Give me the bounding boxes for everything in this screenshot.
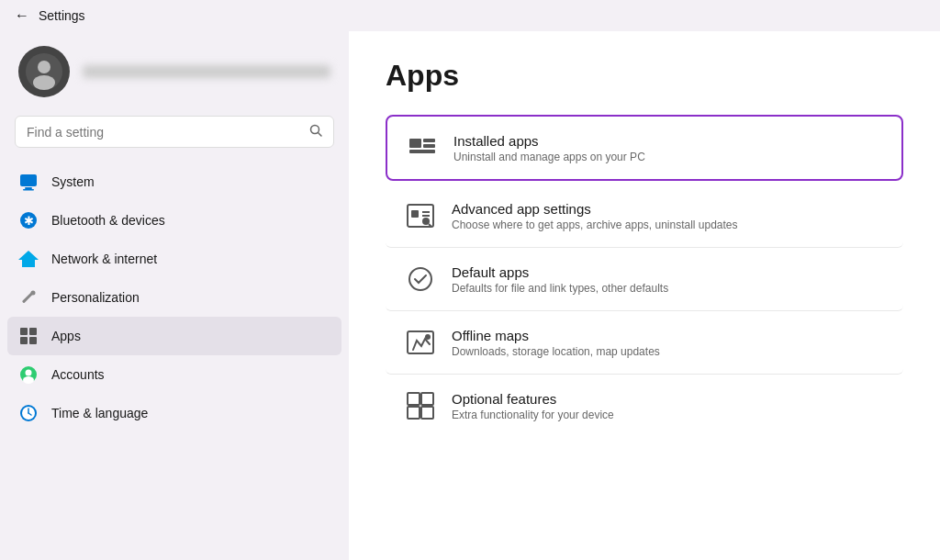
svg-point-1: [38, 61, 50, 73]
user-name: [83, 65, 330, 78]
default-apps-desc: Defaults for file and link types, other …: [452, 282, 668, 295]
default-apps-text: Default apps Defaults for file and link …: [452, 264, 668, 295]
main-layout: System ✱ Bluetooth & devices Network: [0, 31, 940, 560]
svg-rect-27: [409, 150, 435, 153]
offline-maps-icon: [404, 326, 437, 359]
optional-features-desc: Extra functionality for your device: [452, 409, 614, 421]
installed-apps-title: Installed apps: [453, 133, 645, 149]
nav-items: System ✱ Bluetooth & devices Network: [0, 162, 349, 432]
installed-apps-text: Installed apps Uninstall and manage apps…: [453, 133, 645, 163]
sidebar-item-personalization-label: Personalization: [51, 290, 140, 305]
settings-item-installed-apps[interactable]: Installed apps Uninstall and manage apps…: [386, 115, 903, 181]
offline-maps-text: Offline maps Downloads, storage location…: [452, 328, 660, 358]
installed-apps-icon: [406, 131, 439, 164]
sidebar-item-time[interactable]: Time & language: [7, 394, 341, 432]
personalization-icon: [18, 287, 39, 308]
svg-point-12: [31, 291, 36, 296]
apps-icon: [18, 326, 39, 346]
installed-apps-desc: Uninstall and manage apps on your PC: [453, 151, 645, 163]
svg-rect-37: [408, 393, 420, 405]
search-icon: [309, 124, 322, 140]
svg-rect-40: [421, 407, 433, 419]
network-icon: [18, 249, 39, 269]
titlebar: ← Settings: [0, 0, 940, 31]
svg-rect-15: [20, 337, 28, 344]
svg-rect-26: [423, 144, 435, 148]
search-box[interactable]: [15, 116, 334, 148]
sidebar-item-system-label: System: [51, 174, 95, 189]
titlebar-title: Settings: [39, 8, 85, 23]
svg-point-18: [26, 370, 32, 376]
sidebar-item-network[interactable]: Network & internet: [7, 240, 341, 278]
svg-rect-25: [423, 139, 435, 142]
svg-rect-14: [29, 328, 37, 335]
offline-maps-title: Offline maps: [452, 328, 660, 343]
svg-point-2: [33, 75, 55, 90]
settings-item-offline-maps[interactable]: Offline maps Downloads, storage location…: [386, 311, 903, 375]
sidebar-item-bluetooth-label: Bluetooth & devices: [51, 213, 165, 228]
sidebar-item-apps-label: Apps: [51, 329, 81, 343]
optional-features-title: Optional features: [452, 391, 614, 407]
svg-rect-16: [29, 337, 37, 344]
default-apps-title: Default apps: [452, 264, 668, 280]
sidebar-item-system[interactable]: System: [7, 162, 341, 201]
system-icon: [18, 172, 39, 192]
optional-features-icon: [404, 389, 437, 422]
search-input[interactable]: [27, 125, 302, 140]
settings-item-optional-features[interactable]: Optional features Extra functionality fo…: [386, 375, 903, 437]
svg-line-4: [319, 133, 322, 137]
sidebar-item-network-label: Network & internet: [51, 252, 157, 266]
default-apps-icon: [404, 263, 437, 296]
optional-features-text: Optional features Extra functionality fo…: [452, 391, 614, 421]
sidebar-item-time-label: Time & language: [51, 406, 148, 420]
svg-rect-24: [409, 139, 421, 148]
svg-rect-29: [411, 210, 419, 218]
time-icon: [18, 403, 39, 423]
svg-rect-38: [421, 393, 433, 405]
svg-point-19: [23, 376, 34, 384]
sidebar: System ✱ Bluetooth & devices Network: [0, 31, 349, 560]
svg-point-34: [409, 268, 431, 290]
page-title: Apps: [386, 59, 903, 93]
advanced-apps-desc: Choose where to get apps, archive apps, …: [452, 218, 738, 231]
advanced-apps-icon: [404, 199, 437, 232]
sidebar-item-accounts[interactable]: Accounts: [7, 355, 341, 394]
settings-item-default-apps[interactable]: Default apps Defaults for file and link …: [386, 248, 903, 311]
svg-text:✱: ✱: [24, 214, 34, 228]
bluetooth-icon: ✱: [18, 210, 39, 230]
advanced-apps-text: Advanced app settings Choose where to ge…: [452, 201, 738, 231]
avatar: [18, 46, 70, 97]
settings-item-advanced-apps[interactable]: Advanced app settings Choose where to ge…: [386, 185, 903, 248]
svg-rect-13: [20, 328, 28, 335]
sidebar-item-personalization[interactable]: Personalization: [7, 278, 341, 317]
svg-rect-7: [23, 189, 34, 191]
svg-point-32: [422, 218, 430, 225]
content-area: Apps Installed apps Uninstall and manage…: [349, 31, 940, 560]
svg-rect-6: [25, 187, 32, 189]
sidebar-item-apps[interactable]: Apps: [7, 317, 341, 355]
user-profile: [0, 31, 349, 116]
accounts-icon: [18, 364, 39, 385]
svg-rect-5: [20, 174, 37, 186]
advanced-apps-title: Advanced app settings: [452, 201, 738, 217]
sidebar-item-accounts-label: Accounts: [51, 367, 105, 382]
sidebar-item-bluetooth[interactable]: ✱ Bluetooth & devices: [7, 201, 341, 240]
svg-marker-10: [18, 251, 39, 267]
offline-maps-desc: Downloads, storage location, map updates: [452, 345, 660, 358]
svg-point-36: [425, 334, 431, 340]
svg-rect-39: [408, 407, 420, 419]
settings-list: Installed apps Uninstall and manage apps…: [386, 115, 903, 437]
back-button[interactable]: ←: [15, 7, 29, 24]
